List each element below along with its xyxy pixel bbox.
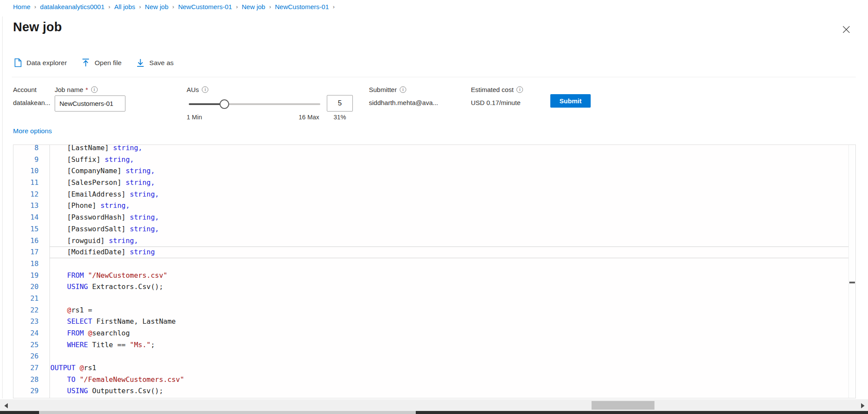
editor-scrollbar-mark[interactable] — [849, 282, 855, 283]
editor-line-number: 17 — [13, 246, 49, 258]
code-token: string — [130, 248, 155, 256]
editor-code-line[interactable]: TO "/FemaleNewCustomers.csv" — [50, 374, 848, 386]
editor-code-line[interactable]: [CompanyName] string, — [50, 165, 848, 177]
code-token — [50, 283, 67, 291]
editor-line-number: 22 — [13, 305, 49, 316]
editor-code-line[interactable]: [ModifiedDate] string — [50, 246, 848, 258]
scroll-left-arrow-icon[interactable] — [4, 403, 8, 408]
code-token: @ — [79, 364, 84, 372]
code-token — [50, 306, 67, 314]
aus-max-label: 16 Max — [299, 114, 319, 121]
editor-line-number: 24 — [13, 328, 49, 339]
breadcrumb-item[interactable]: New job — [145, 3, 168, 10]
code-token — [50, 375, 67, 384]
editor-code-line[interactable]: [LastName] string, — [50, 145, 848, 154]
blade-left-border — [2, 16, 3, 398]
save-as-button[interactable]: Save as — [136, 58, 174, 67]
breadcrumb-item[interactable]: NewCustomers-01 — [178, 3, 232, 10]
info-icon[interactable]: i — [516, 86, 523, 93]
code-token: string, — [130, 190, 159, 198]
account-value: datalakean... — [13, 99, 50, 106]
aus-slider-thumb[interactable] — [220, 99, 229, 109]
estimated-cost-label: Estimated cost i — [471, 86, 523, 93]
more-options-link[interactable]: More options — [13, 127, 52, 135]
breadcrumb-separator-icon: › — [269, 3, 271, 10]
editor-code-line[interactable]: USING Outputters.Csv(); — [50, 385, 848, 397]
code-token: [EmailAddress] — [50, 190, 130, 198]
toolbar: Data explorer Open file Save as — [14, 58, 174, 67]
code-token: ; — [151, 341, 155, 349]
job-name-input[interactable] — [55, 95, 125, 112]
gutter-border — [49, 145, 50, 398]
editor-code-line[interactable]: [Phone] string, — [50, 200, 848, 212]
editor-line-number: 9 — [13, 154, 49, 166]
code-token: [ModifiedDate] — [50, 248, 130, 256]
editor-code-line[interactable]: FROM @searchlog — [50, 328, 848, 339]
editor-line-number: 26 — [13, 351, 49, 362]
code-token: string, — [125, 167, 155, 175]
upload-arrow-icon — [82, 58, 90, 67]
editor-code-line[interactable]: [PasswordHash] string, — [50, 212, 848, 223]
aus-min-label: 1 Min — [187, 114, 202, 121]
editor-code-line[interactable]: [SalesPerson] string, — [50, 177, 848, 189]
data-explorer-button[interactable]: Data explorer — [14, 58, 67, 67]
code-token: "Ms." — [130, 341, 151, 349]
editor-code-line[interactable]: FROM "/NewCustomers.csv" — [50, 270, 848, 282]
editor-code-line[interactable]: @rs1 = — [50, 305, 848, 316]
scroll-right-arrow-icon[interactable] — [861, 403, 865, 408]
editor-code-line[interactable]: [rowguid] string, — [50, 235, 848, 247]
editor-code-line[interactable] — [50, 293, 848, 305]
breadcrumb-item[interactable]: All jobs — [114, 3, 135, 10]
breadcrumb-item[interactable]: NewCustomers-01 — [275, 3, 329, 10]
code-token — [50, 387, 67, 395]
editor-code-line[interactable]: SELECT FirstName, LastName — [50, 316, 848, 328]
code-token: rs1 — [84, 364, 96, 372]
new-job-blade: Home›datalakeanalytics0001›All jobs›New … — [0, 0, 868, 414]
editor-code-line[interactable]: [EmailAddress] string, — [50, 189, 848, 200]
editor-code-line[interactable]: WHERE Title == "Ms."; — [50, 339, 848, 351]
required-asterisk: * — [85, 86, 88, 93]
breadcrumb-separator-icon: › — [236, 3, 238, 10]
aus-slider-track[interactable] — [189, 103, 320, 105]
editor-code: [LastName] string, [Suffix] string, [Com… — [50, 145, 848, 397]
editor-line-number: 14 — [13, 212, 49, 223]
code-token — [76, 364, 80, 372]
code-token: Title == — [88, 341, 130, 349]
code-token: TO — [67, 375, 76, 384]
horizontal-scrollbar-track[interactable] — [0, 399, 868, 411]
bottom-scrollbar-track[interactable] — [0, 411, 868, 414]
code-token: [rowguid] — [50, 237, 109, 245]
code-editor[interactable]: 8910111213141516171819202122232425262728… — [13, 145, 856, 398]
code-token: "/NewCustomers.csv" — [88, 271, 168, 279]
breadcrumb-item[interactable]: datalakeanalytics0001 — [40, 3, 104, 10]
open-file-button[interactable]: Open file — [82, 58, 122, 67]
editor-line-number: 19 — [13, 270, 49, 282]
submit-button[interactable]: Submit — [550, 94, 591, 108]
aus-value-input[interactable] — [327, 95, 353, 112]
close-button[interactable] — [840, 23, 852, 36]
editor-code-line[interactable]: OUTPUT @rs1 — [50, 362, 848, 374]
editor-code-line[interactable] — [50, 351, 848, 362]
info-icon[interactable]: i — [202, 86, 208, 93]
code-token: string, — [105, 155, 134, 164]
job-name-label: Job name* i — [55, 86, 98, 93]
breadcrumb-separator-icon: › — [172, 3, 174, 10]
code-token — [50, 329, 67, 337]
code-token — [50, 317, 67, 325]
info-icon[interactable]: i — [91, 86, 98, 93]
toolbar-divider — [12, 77, 856, 77]
editor-code-line[interactable]: [Suffix] string, — [50, 154, 848, 166]
editor-line-number: 8 — [13, 145, 49, 154]
editor-vertical-scrollbar[interactable] — [848, 145, 855, 398]
breadcrumb-item[interactable]: Home — [13, 3, 30, 10]
editor-code-line[interactable]: USING Extractors.Csv(); — [50, 281, 848, 293]
editor-code-line[interactable] — [50, 258, 848, 270]
bottom-scrollbar-thumb[interactable] — [39, 411, 416, 414]
breadcrumb-separator-icon: › — [108, 3, 110, 10]
editor-line-number: 21 — [13, 293, 49, 305]
info-icon[interactable]: i — [400, 86, 406, 93]
code-token: string, — [113, 145, 142, 152]
horizontal-scrollbar-thumb[interactable] — [592, 401, 654, 410]
editor-code-line[interactable]: [PasswordSalt] string, — [50, 223, 848, 235]
breadcrumb-item[interactable]: New job — [242, 3, 265, 10]
